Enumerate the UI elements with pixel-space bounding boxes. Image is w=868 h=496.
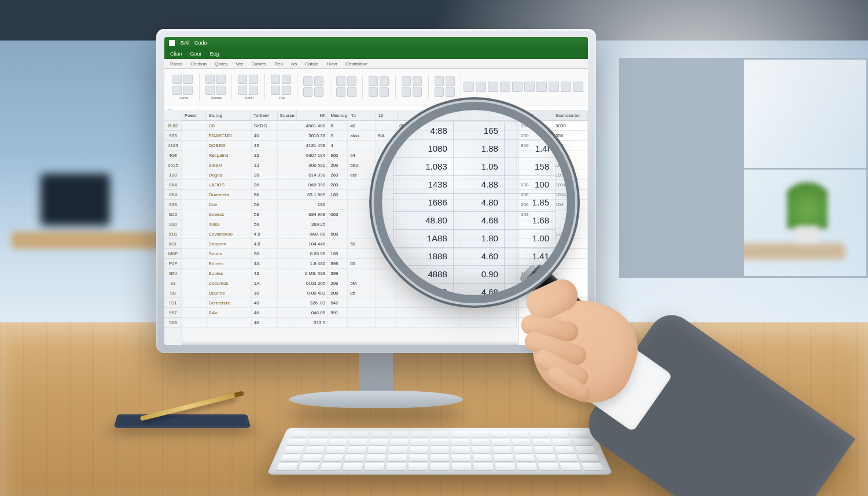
ribbon-right-icon[interactable] (524, 82, 535, 92)
row-header[interactable]: 404l (164, 150, 182, 160)
ribbon-button-icon[interactable] (282, 86, 291, 95)
ribbon-button-icon[interactable] (413, 76, 422, 86)
ribbon-right-icon[interactable] (488, 82, 498, 92)
ribbon-button-icon[interactable] (380, 76, 389, 86)
column-header[interactable]: To (348, 110, 376, 120)
table-row[interactable]: 960506 (518, 141, 588, 150)
ribbon-button-icon[interactable] (314, 87, 323, 97)
ribbon-button-icon[interactable] (205, 75, 215, 84)
ribbon-button-icon[interactable] (238, 75, 247, 84)
menu-item[interactable]: Gour (190, 51, 202, 57)
ribbon-button-icon[interactable] (249, 75, 258, 84)
ribbon-button-icon[interactable] (249, 86, 258, 95)
table-row[interactable]: 131 (518, 269, 588, 278)
table-row[interactable]: 050356 (518, 131, 588, 141)
ribbon-button-icon[interactable] (172, 75, 182, 84)
table-row[interactable] (518, 249, 588, 259)
ribbon-button-icon[interactable] (369, 76, 378, 86)
ribbon-tab[interactable]: Chstntittoe (345, 61, 367, 67)
row-header[interactable]: 508 (164, 318, 182, 328)
right-column-group[interactable]: NaaulScshosn.bo 060303005035696050610141… (518, 110, 588, 345)
row-header[interactable]: 933 (164, 131, 182, 141)
column-header[interactable]: Scshosn.bo (553, 110, 588, 120)
ribbon-button-icon[interactable] (435, 76, 444, 86)
ribbon-button-icon[interactable] (238, 86, 247, 95)
ribbon-button-icon[interactable] (435, 87, 444, 97)
menubar[interactable]: ClianGourEeg (164, 49, 588, 59)
table-row[interactable]: 006104 (518, 200, 588, 210)
ribbon-button-icon[interactable] (303, 76, 312, 86)
ribbon-button-icon[interactable] (205, 86, 215, 95)
row-headers[interactable]: B 829334183404l0535198064064828B2091091G… (164, 110, 182, 345)
row-header[interactable]: 828 (164, 200, 182, 210)
ribbon-button-icon[interactable] (336, 87, 345, 97)
ribbon-button-icon[interactable] (183, 75, 193, 84)
column-header[interactable]: 10 (376, 110, 398, 120)
row-header[interactable]: 910 (164, 219, 182, 229)
row-header[interactable]: 91G (164, 229, 182, 239)
row-header[interactable]: P4F (164, 259, 182, 269)
column-header[interactable]: Naaul (518, 110, 553, 120)
ribbon-tab[interactable]: Vec (236, 61, 243, 67)
row-header[interactable]: 997 (164, 308, 182, 318)
ribbon-button-icon[interactable] (336, 76, 345, 86)
ribbon-button-icon[interactable] (446, 87, 455, 97)
row-header[interactable]: 064 (164, 190, 182, 200)
column-header[interactable]: Poect (182, 110, 206, 120)
ribbon-button-icon[interactable] (271, 75, 280, 84)
ribbon-tab[interactable]: Catale (305, 61, 318, 67)
column-header[interactable]: Sturog (206, 110, 251, 120)
ribbon-button-icon[interactable] (347, 87, 356, 97)
ribbon-right-icon[interactable] (500, 82, 510, 92)
row-header[interactable]: 931 (164, 298, 182, 308)
ribbon-button-icon[interactable] (402, 87, 411, 97)
ribbon-button-icon[interactable] (271, 86, 280, 95)
column-header[interactable] (460, 110, 490, 120)
ribbon-button-icon[interactable] (172, 86, 182, 95)
ribbon-tab[interactable]: Cechon (190, 61, 207, 67)
row-header[interactable]: 064 (164, 180, 182, 190)
ribbon-button-icon[interactable] (314, 76, 323, 86)
ribbon-button-icon[interactable] (303, 87, 312, 97)
ribbon-button-icon[interactable] (380, 87, 389, 97)
ribbon-right-icon[interactable] (561, 82, 571, 92)
row-header[interactable]: 0GL (164, 239, 182, 249)
table-row[interactable] (518, 288, 588, 298)
column-header[interactable]: Sourse (278, 110, 297, 120)
ribbon-button-icon[interactable] (402, 76, 411, 86)
column-header[interactable]: Tortleel (251, 110, 277, 120)
table-row[interactable] (518, 219, 588, 229)
column-header[interactable]: Certdea (422, 110, 460, 120)
ribbon-tab[interactable]: Iks (291, 61, 297, 67)
table-row[interactable]: 1014 (518, 170, 588, 180)
row-header[interactable]: 93 (164, 278, 182, 288)
ribbon-button-icon[interactable] (216, 75, 226, 84)
ribbon-right-icon[interactable] (549, 82, 559, 92)
column-header[interactable] (398, 110, 421, 120)
ribbon-button-icon[interactable] (369, 87, 378, 97)
table-row[interactable] (518, 239, 588, 249)
ribbon-tab[interactable]: Reo (274, 61, 283, 67)
row-header[interactable]: B 82 (164, 121, 182, 131)
table-row[interactable]: 353 (518, 210, 588, 219)
row-header[interactable]: M0E (164, 249, 182, 259)
row-header[interactable]: BlN (164, 269, 182, 278)
row-header[interactable]: 9S (164, 288, 182, 298)
ribbon-tab[interactable]: Hlovr (326, 61, 337, 67)
table-row[interactable] (518, 308, 588, 318)
ribbon-tab[interactable]: Cunres (252, 61, 267, 67)
ribbon-tab[interactable]: Qistcs (215, 61, 227, 67)
table-row[interactable]: 0301014 (518, 180, 588, 190)
table-row[interactable]: 1014 (518, 160, 588, 170)
table-row[interactable]: 1.00 (518, 229, 588, 239)
table-row[interactable]: 1014 (518, 150, 588, 160)
menu-item[interactable]: Eeg (210, 51, 219, 57)
ribbon-button-icon[interactable] (446, 76, 455, 86)
menu-item[interactable]: Clian (170, 51, 182, 57)
ribbon-tabs[interactable]: RarosCechonQistcsVecCunresReoIksCataleHl… (164, 59, 588, 69)
ribbon-button-icon[interactable] (216, 86, 226, 95)
ribbon-right-icon[interactable] (464, 82, 474, 92)
table-row[interactable]: 0081014 (518, 190, 588, 200)
ribbon-right-icon[interactable] (476, 82, 486, 92)
ribbon-right-icon[interactable] (512, 82, 523, 92)
